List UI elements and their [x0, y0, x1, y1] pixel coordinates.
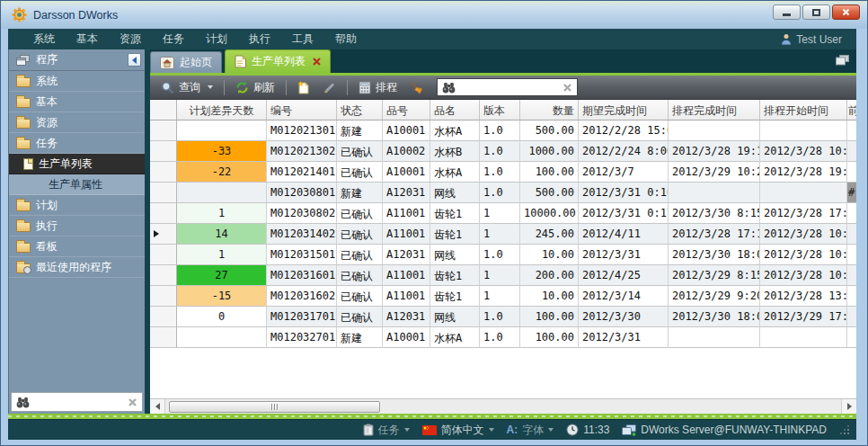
- row-selector-header: [150, 100, 177, 120]
- menu-item[interactable]: 工具: [281, 29, 324, 49]
- close-tab-icon[interactable]: [313, 58, 321, 66]
- row-selector-cell[interactable]: [150, 327, 177, 348]
- tab-list-icon[interactable]: [836, 55, 849, 68]
- cell-no: M012021301: [267, 120, 337, 141]
- sidebar-item[interactable]: 系统: [9, 71, 145, 92]
- close-button[interactable]: [832, 4, 860, 20]
- sidebar-item[interactable]: 资源: [9, 112, 145, 133]
- status-font-menu[interactable]: A: 字体: [507, 423, 554, 438]
- column-header[interactable]: 数量: [520, 100, 579, 120]
- query-button[interactable]: 查询: [157, 77, 217, 98]
- tab-start-page[interactable]: 起始页: [150, 51, 222, 73]
- column-header[interactable]: 排程完成时间: [669, 100, 760, 120]
- sidebar-item[interactable]: 看板: [9, 236, 145, 257]
- cell-qty: 245.00: [520, 224, 579, 245]
- tab-production-order-list[interactable]: 生产单列表: [225, 49, 331, 73]
- toolbar-search-clear-icon[interactable]: [562, 83, 572, 93]
- cell-ss: 2012/3/29 17:46: [760, 307, 847, 327]
- table-row[interactable]: 0M012031701已确认A12031网线1.0100.002012/3/30…: [150, 307, 856, 327]
- row-selector-cell[interactable]: [150, 141, 177, 162]
- refresh-button[interactable]: 刷新: [232, 77, 279, 98]
- sidebar-item-label: 看板: [36, 239, 58, 254]
- toolbar-search-input[interactable]: [459, 81, 559, 94]
- table-row[interactable]: M012021301新建A10001水杯A1.0500.002012/2/28 …: [150, 120, 856, 141]
- current-user[interactable]: Test User: [781, 33, 847, 46]
- sidebar-item[interactable]: 生产单列表: [9, 154, 145, 174]
- column-header[interactable]: 期望完成时间: [579, 100, 669, 120]
- menu-item[interactable]: 系统: [22, 29, 66, 49]
- sidebar-item[interactable]: 执行: [9, 216, 145, 236]
- cell-ovf: [847, 141, 856, 162]
- column-header[interactable]: 排程开始时间: [760, 100, 847, 120]
- menu-item[interactable]: 计划: [195, 29, 238, 49]
- row-selector-cell[interactable]: [150, 183, 177, 203]
- sidebar-item[interactable]: 基本: [9, 92, 145, 112]
- menu-item[interactable]: 帮助: [324, 29, 368, 49]
- column-header[interactable]: 版本: [480, 100, 520, 120]
- row-selector-cell[interactable]: [150, 162, 177, 183]
- schedule-button[interactable]: 排程: [355, 77, 401, 98]
- menu-item[interactable]: 任务: [152, 29, 195, 49]
- folder-icon: [16, 98, 31, 108]
- cell-no: M012021401: [267, 162, 337, 183]
- row-selector-cell[interactable]: [150, 307, 177, 327]
- horizontal-scrollbar[interactable]: [150, 398, 856, 414]
- menu-item[interactable]: 资源: [109, 29, 152, 49]
- document-icon: [235, 55, 246, 68]
- sidebar-item[interactable]: 任务: [9, 133, 145, 154]
- folder-icon: [16, 243, 31, 253]
- toolbar-search: [437, 78, 578, 96]
- table-row[interactable]: -15M012031602已确认A11001齿轮1110.002012/3/14…: [150, 286, 856, 307]
- menu-item[interactable]: 执行: [238, 29, 281, 49]
- menu-item[interactable]: 基本: [66, 29, 109, 49]
- cell-pname: 齿轮1: [430, 286, 480, 307]
- column-header[interactable]: 编号: [267, 100, 337, 120]
- cell-diff: [177, 120, 267, 141]
- scroll-right-button[interactable]: [841, 399, 856, 414]
- row-selector-cell[interactable]: [150, 245, 177, 265]
- row-selector-cell[interactable]: [150, 203, 177, 224]
- scrollbar-thumb[interactable]: [169, 401, 380, 413]
- status-language-menu[interactable]: 简体中文: [422, 423, 494, 438]
- table-row[interactable]: 1M012031501已确认A12031网线1.010.002012/3/312…: [150, 245, 856, 265]
- table-row[interactable]: -22M012021401已确认A10001水杯A1.0100.002012/3…: [150, 162, 856, 183]
- sidebar-search-clear-icon[interactable]: [128, 397, 137, 407]
- column-header[interactable]: 计划差异天数: [177, 100, 267, 120]
- row-selector-cell[interactable]: [150, 265, 177, 286]
- cell-ss: 2012/3/28 17:13: [760, 203, 847, 224]
- table-row[interactable]: M012030801新建A12031网线1.0500.002012/3/31 0…: [150, 183, 856, 203]
- maximize-button[interactable]: [802, 4, 830, 20]
- cell-status: 已确认: [337, 203, 383, 224]
- cell-diff: 1: [177, 203, 267, 224]
- edit-button[interactable]: [319, 78, 340, 97]
- china-flag-icon: [422, 425, 437, 435]
- cell-status: 已确认: [337, 162, 383, 183]
- clear-button[interactable]: [406, 78, 428, 97]
- row-selector-cell[interactable]: [150, 120, 177, 141]
- sidebar-item[interactable]: 最近使用的程序: [9, 257, 145, 278]
- cell-ver: 1.0: [480, 162, 520, 183]
- resize-grip[interactable]: [841, 426, 849, 434]
- table-row[interactable]: M012032701新建A10001水杯A1.0100.002012/3/31: [150, 327, 856, 348]
- table-row[interactable]: 14M012031402已确认A11001齿轮11245.002012/4/11…: [150, 224, 856, 245]
- collapse-sidebar-button[interactable]: [128, 53, 141, 67]
- table-row[interactable]: -33M012021302已确认A10002水杯B1.01000.002012/…: [150, 141, 856, 162]
- table-row[interactable]: 27M012031601已确认A11001齿轮11200.002012/4/25…: [150, 265, 856, 286]
- row-selector-cell[interactable]: [150, 224, 177, 245]
- column-header[interactable]: 品名: [430, 100, 480, 120]
- sidebar-search-input[interactable]: [33, 396, 124, 408]
- scroll-left-button[interactable]: [150, 399, 165, 414]
- row-selector-cell[interactable]: [150, 286, 177, 307]
- minimize-button[interactable]: [773, 4, 801, 20]
- column-header[interactable]: 品号: [383, 100, 430, 120]
- cell-ver: 1: [480, 286, 520, 307]
- column-header[interactable]: 前: [847, 100, 856, 120]
- cell-exp: 2012/2/24 8:00: [579, 141, 669, 162]
- cell-exp: 2012/3/31 0:17: [579, 203, 669, 224]
- table-row[interactable]: 1M012030802已确认A11001齿轮1110000.002012/3/3…: [150, 203, 856, 224]
- column-header[interactable]: 状态: [337, 100, 383, 120]
- sidebar-item[interactable]: 计划: [9, 195, 145, 216]
- status-task-menu[interactable]: 任务: [363, 423, 410, 438]
- new-button[interactable]: [294, 78, 314, 97]
- sidebar-item[interactable]: 生产单属性: [9, 174, 145, 195]
